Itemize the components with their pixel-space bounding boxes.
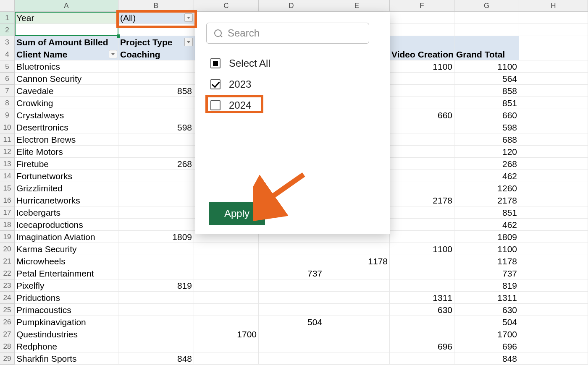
column-header-G[interactable]: G	[454, 0, 519, 12]
value-video[interactable]: 696	[390, 340, 454, 352]
value-video[interactable]	[390, 352, 454, 365]
value-e[interactable]	[324, 279, 390, 292]
value-e[interactable]	[324, 352, 390, 365]
value-coaching[interactable]: 598	[118, 121, 194, 133]
year-filter-dropdown[interactable]	[184, 13, 193, 22]
value-grand-total[interactable]: 1809	[454, 231, 519, 243]
checkbox-checked-icon[interactable]	[210, 79, 220, 89]
cell-h[interactable]	[519, 206, 588, 219]
client-name-cell[interactable]: Icebergarts	[15, 206, 118, 219]
value-d[interactable]	[259, 255, 324, 267]
row-header-21[interactable]: 21	[0, 255, 15, 267]
value-d[interactable]: 504	[259, 316, 324, 328]
row-header-9[interactable]: 9	[0, 109, 15, 121]
value-grand-total[interactable]: 462	[454, 170, 519, 182]
value-e[interactable]	[324, 267, 390, 279]
row-header-27[interactable]: 27	[0, 328, 15, 340]
value-grand-total[interactable]: 848	[454, 352, 519, 365]
value-c[interactable]	[194, 304, 259, 316]
row-header-26[interactable]: 26	[0, 316, 15, 328]
value-c[interactable]	[194, 267, 259, 279]
filter-select-all[interactable]: Select All	[210, 53, 379, 74]
cell-h[interactable]	[519, 304, 588, 316]
pivot-year-value[interactable]: (All)	[118, 12, 194, 24]
column-header-C[interactable]: C	[194, 0, 259, 12]
cell-h1[interactable]	[519, 12, 588, 24]
value-coaching[interactable]	[118, 133, 194, 146]
cell-blank-r2-0[interactable]	[15, 24, 118, 36]
project-type-dropdown[interactable]	[184, 38, 193, 46]
value-coaching[interactable]	[118, 328, 194, 340]
value-video[interactable]	[390, 97, 454, 109]
row-header-29[interactable]: 29	[0, 352, 15, 365]
pivot-columns-label[interactable]: Project Type	[118, 36, 194, 48]
value-grand-total[interactable]: 696	[454, 340, 519, 352]
pivot-year-label[interactable]: Year	[15, 12, 118, 24]
value-d[interactable]	[259, 328, 324, 340]
value-d[interactable]	[259, 340, 324, 352]
client-name-cell[interactable]: Deserttronics	[15, 121, 118, 133]
filter-option-2023[interactable]: 2023	[210, 74, 379, 95]
client-name-cell[interactable]: Cannon Security	[15, 73, 118, 85]
client-name-cell[interactable]: Pumpkinavigation	[15, 316, 118, 328]
row-header-17[interactable]: 17	[0, 206, 15, 219]
checkbox-unchecked-icon[interactable]	[210, 100, 220, 110]
cell-h3[interactable]	[519, 36, 588, 48]
value-video[interactable]	[390, 121, 454, 133]
cell-g3[interactable]	[454, 36, 519, 48]
value-c[interactable]	[194, 352, 259, 365]
value-grand-total[interactable]: 1311	[454, 292, 519, 304]
value-video[interactable]	[390, 328, 454, 340]
value-coaching[interactable]	[118, 255, 194, 267]
row-header-23[interactable]: 23	[0, 279, 15, 292]
cell-h4[interactable]	[519, 48, 588, 60]
value-coaching[interactable]: 819	[118, 279, 194, 292]
cell-h[interactable]	[519, 243, 588, 255]
row-header-12[interactable]: 12	[0, 146, 15, 158]
value-video[interactable]	[390, 267, 454, 279]
value-coaching[interactable]: 268	[118, 158, 194, 170]
value-grand-total[interactable]: 2178	[454, 194, 519, 206]
cell-h[interactable]	[519, 279, 588, 292]
row-header-7[interactable]: 7	[0, 85, 15, 97]
client-name-cell[interactable]: Redphone	[15, 340, 118, 352]
row-header-28[interactable]: 28	[0, 340, 15, 352]
value-c[interactable]	[194, 340, 259, 352]
value-c[interactable]: 1700	[194, 328, 259, 340]
value-grand-total[interactable]: 1178	[454, 255, 519, 267]
value-coaching[interactable]: 848	[118, 352, 194, 365]
value-d[interactable]	[259, 352, 324, 365]
value-video[interactable]	[390, 158, 454, 170]
value-coaching[interactable]	[118, 182, 194, 194]
client-name-cell[interactable]: Imagination Aviation	[15, 231, 118, 243]
row-header-1[interactable]: 1	[0, 12, 15, 24]
cell-h[interactable]	[519, 109, 588, 121]
value-coaching[interactable]	[118, 206, 194, 219]
pivot-values-label[interactable]: Sum of Amount Billed	[15, 36, 118, 48]
value-video[interactable]: 2178	[390, 194, 454, 206]
row-header-24[interactable]: 24	[0, 292, 15, 304]
client-name-cell[interactable]: Firetube	[15, 158, 118, 170]
cell-h[interactable]	[519, 133, 588, 146]
value-video[interactable]	[390, 219, 454, 231]
client-name-cell[interactable]: Crystalways	[15, 109, 118, 121]
client-name-cell[interactable]: Pixelfly	[15, 279, 118, 292]
cell-f1[interactable]	[390, 12, 454, 24]
value-coaching[interactable]	[118, 267, 194, 279]
value-coaching[interactable]	[118, 73, 194, 85]
value-grand-total[interactable]: 630	[454, 304, 519, 316]
column-header-A[interactable]: A	[15, 0, 118, 12]
cell-h[interactable]	[519, 219, 588, 231]
value-e[interactable]	[324, 340, 390, 352]
row-header-8[interactable]: 8	[0, 97, 15, 109]
cell-h[interactable]	[519, 352, 588, 365]
value-video[interactable]	[390, 316, 454, 328]
cell-blank-r2-7[interactable]	[519, 24, 588, 36]
cell-h[interactable]	[519, 231, 588, 243]
row-header-13[interactable]: 13	[0, 158, 15, 170]
cell-h[interactable]	[519, 121, 588, 133]
client-name-cell[interactable]: Priductions	[15, 292, 118, 304]
apply-button[interactable]: Apply	[209, 202, 265, 225]
value-grand-total[interactable]: 120	[454, 146, 519, 158]
value-grand-total[interactable]: 504	[454, 316, 519, 328]
